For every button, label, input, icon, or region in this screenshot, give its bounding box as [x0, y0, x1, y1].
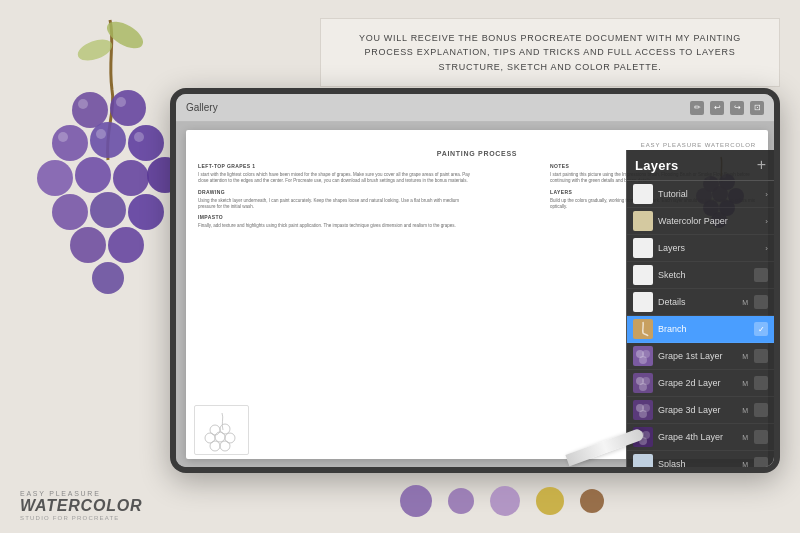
- layer-name: Tutorial: [658, 189, 760, 199]
- doc-block3: IMPASTO Finally, add texture and highlig…: [198, 214, 474, 229]
- layer-mode-indicator: M: [742, 461, 748, 468]
- ipad-mockup: Gallery ✏ ↩ ↪ ⊡ EASY PLEASURE WATERCOLOR…: [170, 88, 780, 473]
- banner-text: YOU WILL RECEIVE THE BONUS PROCREATE DOC…: [337, 31, 763, 74]
- col1-heading3: IMPASTO: [198, 214, 474, 221]
- layer-item[interactable]: Tutorial›: [627, 181, 774, 208]
- svg-point-6: [128, 125, 164, 161]
- color-swatch: [448, 488, 474, 514]
- col1-text2: Using the sketch layer underneath, I can…: [198, 198, 474, 211]
- svg-point-11: [52, 194, 88, 230]
- redo-icon[interactable]: ↪: [730, 101, 744, 115]
- layer-name: Grape 2d Layer: [658, 378, 737, 388]
- layers-header: Layers +: [627, 150, 774, 181]
- color-swatch: [400, 485, 432, 517]
- svg-point-20: [96, 129, 106, 139]
- svg-point-1: [75, 35, 115, 64]
- layer-name: Layers: [658, 243, 760, 253]
- doc-col1: LEFT-TOP GRAPES 1 I start with the light…: [198, 163, 474, 233]
- col1-heading1: LEFT-TOP GRAPES 1: [198, 163, 474, 170]
- svg-point-41: [639, 356, 647, 364]
- layer-thumbnail: [633, 292, 653, 312]
- layer-item[interactable]: Grape 3d LayerM: [627, 397, 774, 424]
- brand-easy: EASY PLEASURE: [20, 490, 142, 497]
- layer-visibility-checkbox[interactable]: [754, 268, 768, 282]
- layer-visibility-checkbox[interactable]: [754, 430, 768, 444]
- layer-mode-indicator: M: [742, 380, 748, 387]
- layer-name: Splash: [658, 459, 737, 467]
- layer-visibility-checkbox[interactable]: [754, 322, 768, 336]
- layer-item[interactable]: Grape 2d LayerM: [627, 370, 774, 397]
- layers-title: Layers: [635, 158, 678, 173]
- layer-mode-indicator: M: [742, 407, 748, 414]
- layer-thumbnail: [633, 238, 653, 258]
- layer-item[interactable]: Watercolor Paper›: [627, 208, 774, 235]
- layer-name: Watercolor Paper: [658, 216, 760, 226]
- layer-thumbnail: [633, 454, 653, 467]
- layer-mode-indicator: M: [742, 353, 748, 360]
- layer-item[interactable]: Layers›: [627, 235, 774, 262]
- layers-list: Tutorial›Watercolor Paper›Layers›SketchD…: [627, 181, 774, 467]
- layer-thumbnail: [633, 184, 653, 204]
- layer-expand-arrow: ›: [765, 190, 768, 199]
- svg-point-15: [108, 227, 144, 263]
- svg-point-38: [220, 441, 230, 451]
- doc-block1: LEFT-TOP GRAPES 1 I start with the light…: [198, 163, 474, 185]
- layer-item[interactable]: SplashM: [627, 451, 774, 467]
- pencil-icon[interactable]: ✏: [690, 101, 704, 115]
- branding: EASY PLEASURE WATERCOLOR STUDIO FOR PROC…: [20, 490, 142, 521]
- undo-icon[interactable]: ↩: [710, 101, 724, 115]
- layer-item[interactable]: DetailsM: [627, 289, 774, 316]
- layer-expand-arrow: ›: [765, 244, 768, 253]
- layers-panel: Layers + Tutorial›Watercolor Paper›Layer…: [626, 150, 774, 467]
- col1-text1: I start with the lightest colors which h…: [198, 172, 474, 185]
- svg-point-9: [113, 160, 149, 196]
- layer-name: Grape 4th Layer: [658, 432, 737, 442]
- layer-visibility-checkbox[interactable]: [754, 295, 768, 309]
- svg-point-37: [210, 441, 220, 451]
- svg-point-17: [78, 99, 88, 109]
- layer-visibility-checkbox[interactable]: [754, 403, 768, 417]
- layer-thumbnail: [633, 346, 653, 366]
- layer-thumbnail: [633, 319, 653, 339]
- layer-name: Grape 1st Layer: [658, 351, 737, 361]
- svg-point-4: [52, 125, 88, 161]
- color-swatch: [490, 486, 520, 516]
- layer-item[interactable]: Grape 1st LayerM: [627, 343, 774, 370]
- svg-point-47: [639, 410, 647, 418]
- doc-sketch: [194, 405, 249, 455]
- col1-heading2: DRAWING: [198, 189, 474, 196]
- layer-visibility-checkbox[interactable]: [754, 457, 768, 467]
- layer-thumbnail: [633, 373, 653, 393]
- svg-point-8: [75, 157, 111, 193]
- layer-mode-indicator: M: [742, 434, 748, 441]
- color-swatches: [400, 485, 604, 517]
- layer-item[interactable]: Sketch: [627, 262, 774, 289]
- svg-point-19: [58, 132, 68, 142]
- layer-expand-arrow: ›: [765, 217, 768, 226]
- svg-point-2: [72, 92, 108, 128]
- ipad-topbar: Gallery ✏ ↩ ↪ ⊡: [176, 94, 774, 122]
- layer-visibility-checkbox[interactable]: [754, 376, 768, 390]
- layer-visibility-checkbox[interactable]: [754, 349, 768, 363]
- doc-header: EASY PLEASURE WATERCOLOR: [198, 142, 756, 148]
- doc-area: EASY PLEASURE WATERCOLOR PAINTING PROCES…: [176, 122, 774, 467]
- color-swatch: [580, 489, 604, 513]
- svg-point-18: [116, 97, 126, 107]
- layer-thumbnail: [633, 211, 653, 231]
- topbar-icons: ✏ ↩ ↪ ⊡: [690, 101, 764, 115]
- svg-point-35: [215, 432, 225, 442]
- layer-item[interactable]: Grape 4th LayerM: [627, 424, 774, 451]
- layer-item[interactable]: Branch: [627, 316, 774, 343]
- layers-add-button[interactable]: +: [757, 156, 766, 174]
- ipad-screen: Gallery ✏ ↩ ↪ ⊡ EASY PLEASURE WATERCOLOR…: [176, 94, 774, 467]
- layer-name: Sketch: [658, 270, 749, 280]
- gallery-label: Gallery: [186, 102, 218, 113]
- svg-point-3: [110, 90, 146, 126]
- svg-point-21: [134, 132, 144, 142]
- svg-point-14: [70, 227, 106, 263]
- svg-point-12: [90, 192, 126, 228]
- layer-mode-indicator: M: [742, 299, 748, 306]
- col1-text3: Finally, add texture and highlights usin…: [198, 223, 474, 229]
- tools-icon[interactable]: ⊡: [750, 101, 764, 115]
- layer-name: Grape 3d Layer: [658, 405, 737, 415]
